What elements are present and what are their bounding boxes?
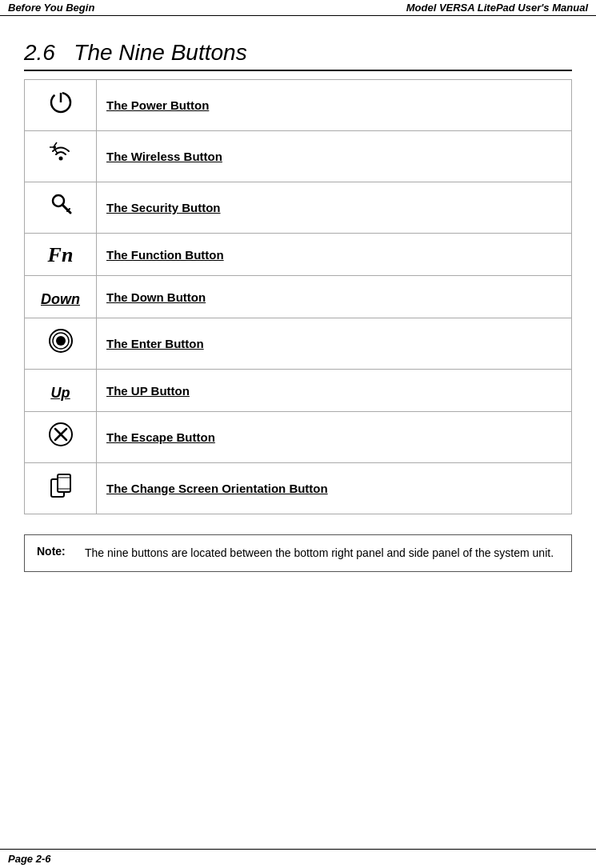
buttons-table: The Power Button The Wireless Button — [24, 79, 572, 514]
svg-point-2 — [58, 157, 62, 161]
table-row: Up The UP Button — [25, 370, 572, 412]
orient-icon-cell — [25, 463, 97, 514]
down-icon: Down — [41, 291, 80, 307]
orientation-button-label[interactable]: The Change Screen Orientation Button — [97, 463, 572, 514]
table-row: The Security Button — [25, 182, 572, 234]
table-row: Down The Down Button — [25, 276, 572, 318]
enter-icon-cell — [25, 318, 97, 370]
table-row: The Power Button — [25, 80, 572, 131]
function-button-label[interactable]: The Function Button — [97, 234, 572, 276]
section-title: 2.6 The Nine Buttons — [24, 40, 572, 71]
header-bar: Before You Begin Model VERSA LitePad Use… — [0, 0, 596, 16]
down-button-label[interactable]: The Down Button — [97, 276, 572, 318]
orientation-icon — [46, 471, 75, 500]
wireless-icon — [46, 139, 75, 168]
svg-line-5 — [54, 142, 57, 146]
up-icon-cell: Up — [25, 370, 97, 412]
wireless-icon-cell — [25, 131, 97, 182]
table-row: The Escape Button — [25, 412, 572, 463]
enter-icon — [46, 326, 75, 355]
power-icon — [46, 88, 75, 117]
svg-rect-17 — [58, 474, 70, 492]
note-text: The nine buttons are located between the… — [85, 545, 554, 562]
table-row: The Wireless Button — [25, 131, 572, 182]
enter-button-label[interactable]: The Enter Button — [97, 318, 572, 370]
note-box: Note: The nine buttons are located betwe… — [24, 534, 572, 572]
header-right: Model VERSA LitePad User's Manual — [406, 2, 588, 14]
svg-point-3 — [53, 146, 56, 149]
table-row: Fn The Function Button — [25, 234, 572, 276]
down-icon-cell: Down — [25, 276, 97, 318]
svg-point-11 — [56, 336, 66, 346]
escape-icon — [46, 420, 75, 449]
security-icon-cell — [25, 182, 97, 234]
escape-icon-cell — [25, 412, 97, 463]
power-icon-cell — [25, 80, 97, 131]
footer-bar: Page 2-6 — [0, 849, 596, 868]
table-row: The Change Screen Orientation Button — [25, 463, 572, 514]
table-row: The Enter Button — [25, 318, 572, 370]
header-left: Before You Begin — [8, 2, 94, 14]
page-number: Page 2-6 — [8, 853, 50, 865]
up-icon: Up — [51, 385, 70, 401]
fn-icon-cell: Fn — [25, 234, 97, 276]
fn-icon: Fn — [48, 243, 74, 266]
up-button-label[interactable]: The UP Button — [97, 370, 572, 412]
escape-button-label[interactable]: The Escape Button — [97, 412, 572, 463]
security-button-label[interactable]: The Security Button — [97, 182, 572, 234]
wireless-button-label[interactable]: The Wireless Button — [97, 131, 572, 182]
note-label: Note: — [37, 545, 85, 562]
security-icon — [46, 190, 75, 219]
power-button-label[interactable]: The Power Button — [97, 80, 572, 131]
